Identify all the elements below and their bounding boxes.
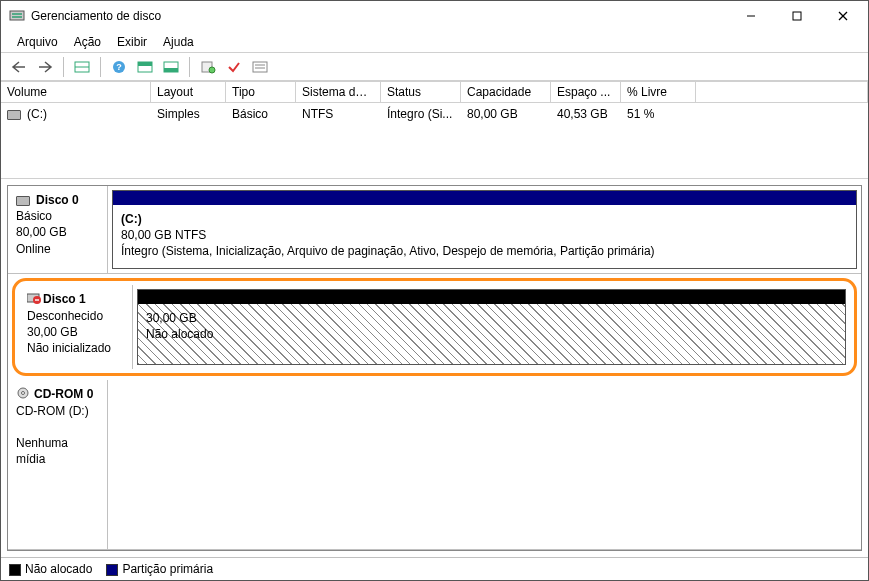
window: Gerenciamento de disco Arquivo Ação Exib… bbox=[0, 0, 869, 581]
volume-grid: Volume Layout Tipo Sistema de ... Status… bbox=[1, 81, 868, 179]
cdrom-state: Nenhuma mídia bbox=[16, 436, 68, 466]
cell-free: 40,53 GB bbox=[551, 105, 621, 123]
cell-fs: NTFS bbox=[296, 105, 381, 123]
cdrom-icon bbox=[16, 387, 30, 403]
grid-header: Volume Layout Tipo Sistema de ... Status… bbox=[1, 81, 868, 103]
disk1-row[interactable]: Disco 1 Desconhecido 30,00 GB Não inicia… bbox=[19, 285, 850, 369]
table-row[interactable]: (C:) Simples Básico NTFS Íntegro (Si... … bbox=[1, 103, 868, 125]
maximize-button[interactable] bbox=[774, 1, 820, 31]
window-title: Gerenciamento de disco bbox=[31, 9, 728, 23]
disk0-size: 80,00 GB bbox=[16, 225, 67, 239]
svg-rect-12 bbox=[138, 62, 152, 66]
disk1-size: 30,00 GB bbox=[27, 325, 78, 339]
legend: Não alocado Partição primária bbox=[1, 557, 868, 580]
svg-rect-17 bbox=[253, 62, 267, 72]
view-bottom-button[interactable] bbox=[159, 56, 183, 78]
disk0-state: Online bbox=[16, 242, 51, 256]
disk1-highlight: Disco 1 Desconhecido 30,00 GB Não inicia… bbox=[12, 278, 857, 376]
titlebar: Gerenciamento de disco bbox=[1, 1, 868, 31]
drive-icon bbox=[7, 110, 21, 120]
disk0-partition-c[interactable]: (C:) 80,00 GB NTFS Íntegro (Sistema, Ini… bbox=[112, 190, 857, 269]
menu-exibir[interactable]: Exibir bbox=[109, 33, 155, 51]
svg-text:?: ? bbox=[116, 62, 122, 72]
disk-icon bbox=[16, 196, 30, 206]
properties-button[interactable] bbox=[196, 56, 220, 78]
cell-status: Íntegro (Si... bbox=[381, 105, 461, 123]
check-button[interactable] bbox=[222, 56, 246, 78]
disk1-state: Não inicializado bbox=[27, 341, 111, 355]
view-top-button[interactable] bbox=[133, 56, 157, 78]
settings-list-button[interactable] bbox=[248, 56, 272, 78]
cell-volume-text: (C:) bbox=[27, 107, 47, 121]
cdrom-row[interactable]: CD-ROM 0 CD-ROM (D:) Nenhuma mídia bbox=[8, 380, 861, 550]
header-free[interactable]: Espaço ... bbox=[551, 81, 621, 103]
back-button[interactable] bbox=[7, 56, 31, 78]
disk0-type: Básico bbox=[16, 209, 52, 223]
cdrom-info: CD-ROM 0 CD-ROM (D:) Nenhuma mídia bbox=[8, 380, 108, 549]
disk0-row[interactable]: Disco 0 Básico 80,00 GB Online (C:) 80,0… bbox=[8, 186, 861, 274]
graphical-view: Disco 0 Básico 80,00 GB Online (C:) 80,0… bbox=[7, 185, 862, 551]
svg-point-16 bbox=[209, 67, 215, 73]
unalloc-status: Não alocado bbox=[146, 327, 213, 341]
forward-button[interactable] bbox=[33, 56, 57, 78]
header-status[interactable]: Status bbox=[381, 81, 461, 103]
header-cap[interactable]: Capacidade bbox=[461, 81, 551, 103]
app-icon bbox=[9, 8, 25, 24]
svg-rect-1 bbox=[12, 13, 22, 15]
minimize-button[interactable] bbox=[728, 1, 774, 31]
header-fs[interactable]: Sistema de ... bbox=[296, 81, 381, 103]
cell-cap: 80,00 GB bbox=[461, 105, 551, 123]
disk-error-icon bbox=[27, 292, 41, 308]
cdrom-name: CD-ROM 0 bbox=[34, 387, 93, 401]
header-volume[interactable]: Volume bbox=[1, 81, 151, 103]
svg-point-24 bbox=[22, 391, 25, 394]
cell-pct: 51 % bbox=[621, 105, 696, 123]
header-layout[interactable]: Layout bbox=[151, 81, 226, 103]
menu-arquivo[interactable]: Arquivo bbox=[9, 33, 66, 51]
unalloc-size: 30,00 GB bbox=[146, 311, 197, 325]
partition-status: Íntegro (Sistema, Inicialização, Arquivo… bbox=[121, 244, 655, 258]
view-panes-button[interactable] bbox=[70, 56, 94, 78]
legend-primary: Partição primária bbox=[106, 562, 213, 576]
cdrom-type: CD-ROM (D:) bbox=[16, 404, 89, 418]
toolbar: ? bbox=[1, 53, 868, 81]
disk0-name: Disco 0 bbox=[36, 193, 79, 207]
close-button[interactable] bbox=[820, 1, 866, 31]
partition-label: (C:) bbox=[121, 212, 142, 226]
help-button[interactable]: ? bbox=[107, 56, 131, 78]
legend-unallocated: Não alocado bbox=[9, 562, 92, 576]
menu-ajuda[interactable]: Ajuda bbox=[155, 33, 202, 51]
disk1-name: Disco 1 bbox=[43, 292, 86, 306]
header-spacer bbox=[696, 81, 868, 103]
svg-rect-4 bbox=[793, 12, 801, 20]
svg-rect-2 bbox=[12, 16, 22, 18]
partition-bar-primary bbox=[113, 191, 856, 205]
partition-size-fs: 80,00 GB NTFS bbox=[121, 228, 206, 242]
cell-layout: Simples bbox=[151, 105, 226, 123]
partition-bar-unallocated bbox=[138, 290, 845, 304]
menubar: Arquivo Ação Exibir Ajuda bbox=[1, 31, 868, 53]
disk1-type: Desconhecido bbox=[27, 309, 103, 323]
cell-volume: (C:) bbox=[1, 105, 151, 123]
svg-rect-22 bbox=[35, 299, 39, 300]
svg-rect-0 bbox=[10, 11, 24, 20]
disk1-unallocated[interactable]: 30,00 GB Não alocado bbox=[137, 289, 846, 365]
header-pct[interactable]: % Livre bbox=[621, 81, 696, 103]
cell-tipo: Básico bbox=[226, 105, 296, 123]
disk0-info: Disco 0 Básico 80,00 GB Online bbox=[8, 186, 108, 273]
svg-rect-14 bbox=[164, 68, 178, 72]
header-tipo[interactable]: Tipo bbox=[226, 81, 296, 103]
disk1-info: Disco 1 Desconhecido 30,00 GB Não inicia… bbox=[19, 285, 133, 369]
menu-acao[interactable]: Ação bbox=[66, 33, 109, 51]
